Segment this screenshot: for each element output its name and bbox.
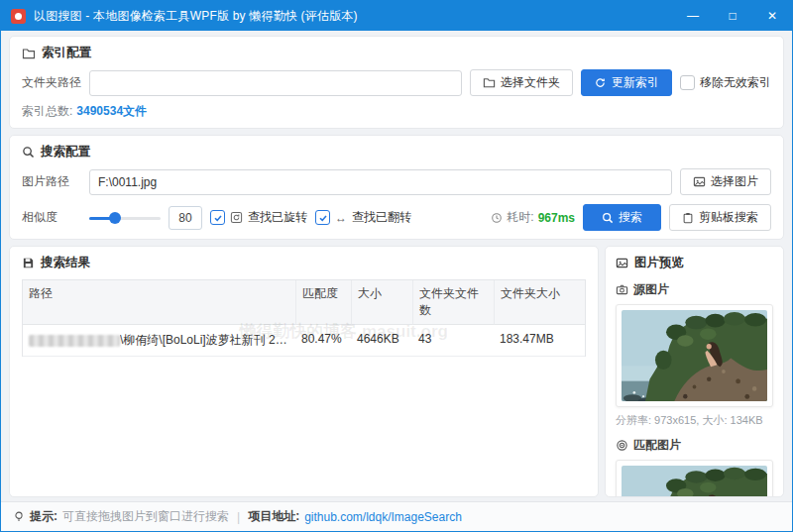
index-total-value: 3490534文件 bbox=[76, 104, 147, 118]
slider-thumb[interactable] bbox=[109, 212, 121, 224]
clock-icon bbox=[491, 212, 503, 224]
col-header-folder-files[interactable]: 文件夹文件数 bbox=[412, 280, 494, 325]
project-link[interactable]: github.com/ldqk/ImageSearch bbox=[304, 510, 462, 524]
results-table-header: 路径 匹配度 大小 文件夹文件数 文件夹大小 bbox=[23, 280, 585, 325]
folder-path-input[interactable] bbox=[89, 70, 462, 96]
update-index-label: 更新索引 bbox=[612, 74, 659, 91]
search-config-card: 搜索配置 图片路径 选择图片 相似度 bbox=[9, 135, 784, 240]
source-image-thumbnail bbox=[616, 304, 773, 407]
search-config-title: 搜索配置 bbox=[41, 144, 90, 160]
find-flipped-checkbox[interactable]: ↔ 查找已翻转 bbox=[315, 209, 411, 226]
remove-invalid-label: 移除无效索引 bbox=[700, 74, 771, 91]
col-header-path[interactable]: 路径 bbox=[23, 280, 295, 325]
elapsed-time: 耗时: 967ms bbox=[491, 209, 575, 226]
elapsed-label: 耗时: bbox=[507, 209, 533, 226]
image-preview-card: 图片预览 源图片 bbox=[605, 246, 784, 497]
maximize-button[interactable]: □ bbox=[713, 1, 752, 31]
select-folder-label: 选择文件夹 bbox=[501, 74, 560, 91]
search-icon bbox=[22, 146, 35, 159]
similarity-label: 相似度 bbox=[22, 209, 81, 226]
lightbulb-icon bbox=[13, 510, 25, 523]
index-total: 索引总数:3490534文件 bbox=[22, 103, 771, 120]
search-results-header: 搜索结果 bbox=[22, 255, 586, 271]
col-header-size[interactable]: 大小 bbox=[351, 280, 412, 325]
flip-icon: ↔ bbox=[335, 211, 347, 225]
matched-image bbox=[622, 466, 767, 497]
index-config-title: 索引配置 bbox=[42, 45, 91, 61]
result-match: 80.47% bbox=[295, 325, 351, 357]
minimize-button[interactable]: — bbox=[673, 1, 713, 31]
target-icon bbox=[616, 439, 628, 452]
select-folder-button[interactable]: 选择文件夹 bbox=[470, 69, 573, 96]
search-results-card: 搜索结果 路径 匹配度 大小 文件夹文件数 文件夹大小 \柳侑绮\[BoLoLi… bbox=[9, 246, 599, 497]
image-icon bbox=[693, 175, 706, 188]
select-image-label: 选择图片 bbox=[711, 173, 758, 190]
window-title: 以图搜图 - 本地图像检索工具WPF版 by 懒得勤快 (评估版本) bbox=[34, 8, 673, 25]
result-path-cell: \柳侑绮\[BoLoLi]波萝社新刊 2017-05-09 Vol.054 柳侑… bbox=[23, 325, 295, 357]
tip-label: 提示: bbox=[30, 508, 57, 525]
source-image-label-row: 源图片 bbox=[616, 281, 773, 298]
app-window: 以图搜图 - 本地图像检索工具WPF版 by 懒得勤快 (评估版本) — □ ✕… bbox=[0, 0, 793, 532]
image-path-input[interactable] bbox=[89, 169, 672, 195]
find-flipped-label: 查找已翻转 bbox=[352, 209, 411, 226]
search-config-header: 搜索配置 bbox=[22, 144, 771, 160]
checkbox-unchecked bbox=[680, 75, 695, 90]
select-image-button[interactable]: 选择图片 bbox=[680, 168, 771, 195]
index-total-label: 索引总数: bbox=[22, 104, 72, 118]
status-bar: 提示: 可直接拖拽图片到窗口进行搜索 | 项目地址: github.com/ld… bbox=[1, 501, 792, 531]
result-folder-files: 43 bbox=[412, 325, 494, 357]
similarity-value-input[interactable] bbox=[169, 206, 202, 230]
similarity-slider[interactable] bbox=[89, 212, 161, 224]
app-icon bbox=[11, 9, 26, 24]
image-path-label: 图片路径 bbox=[22, 173, 81, 190]
source-image-info: 分辨率: 973x615, 大小: 134KB bbox=[616, 413, 773, 428]
titlebar: 以图搜图 - 本地图像检索工具WPF版 by 懒得勤快 (评估版本) — □ ✕ bbox=[1, 1, 792, 31]
find-rotated-checkbox[interactable]: 查找已旋转 bbox=[210, 209, 307, 226]
col-header-folder-size[interactable]: 文件夹大小 bbox=[494, 280, 585, 325]
index-config-header: 索引配置 bbox=[22, 45, 771, 61]
matched-image-thumbnail bbox=[616, 460, 773, 497]
image-preview-title: 图片预览 bbox=[634, 255, 684, 271]
result-size: 4646KB bbox=[351, 325, 412, 357]
folder-open-icon bbox=[483, 76, 496, 89]
tip-text: 可直接拖拽图片到窗口进行搜索 bbox=[62, 508, 229, 525]
table-row[interactable]: \柳侑绮\[BoLoLi]波萝社新刊 2017-05-09 Vol.054 柳侑… bbox=[23, 325, 585, 357]
index-config-card: 索引配置 文件夹路径 选择文件夹 更新索引 移除无效索引 索 bbox=[9, 36, 784, 129]
clipboard-search-button[interactable]: 剪贴板搜索 bbox=[669, 204, 771, 231]
search-results-title: 搜索结果 bbox=[41, 255, 90, 271]
clipboard-icon bbox=[682, 212, 694, 224]
content-area: 索引配置 文件夹路径 选择文件夹 更新索引 移除无效索引 索 bbox=[1, 31, 792, 501]
search-button[interactable]: 搜索 bbox=[583, 204, 661, 231]
image-preview-header: 图片预览 bbox=[616, 255, 773, 271]
result-path: \柳侑绮\[BoLoLi]波萝社新刊 2017-05-09 Vol.054 柳侑… bbox=[120, 332, 289, 349]
folder-icon bbox=[22, 47, 36, 60]
search-icon bbox=[602, 212, 614, 224]
censored-path-prefix bbox=[29, 335, 120, 347]
source-image-label: 源图片 bbox=[633, 281, 669, 298]
checkbox-checked bbox=[210, 210, 225, 225]
save-icon bbox=[22, 257, 35, 269]
project-label: 项目地址: bbox=[248, 508, 299, 525]
result-folder-size: 183.47MB bbox=[494, 325, 585, 357]
image-icon bbox=[616, 257, 628, 269]
matched-image-label: 匹配图片 bbox=[633, 437, 681, 454]
refresh-icon bbox=[594, 76, 607, 89]
search-button-label: 搜索 bbox=[619, 209, 642, 226]
separator: | bbox=[237, 510, 240, 524]
camera-icon bbox=[616, 283, 628, 296]
check-icon bbox=[213, 213, 223, 223]
check-icon bbox=[318, 213, 328, 223]
elapsed-value: 967ms bbox=[538, 211, 575, 225]
update-index-button[interactable]: 更新索引 bbox=[581, 69, 672, 96]
matched-image-label-row: 匹配图片 bbox=[616, 437, 773, 454]
checkbox-checked bbox=[315, 210, 330, 225]
source-image bbox=[622, 310, 767, 401]
folder-path-label: 文件夹路径 bbox=[22, 74, 81, 91]
close-button[interactable]: ✕ bbox=[752, 1, 792, 31]
find-rotated-label: 查找已旋转 bbox=[248, 209, 307, 226]
clipboard-search-label: 剪贴板搜索 bbox=[699, 209, 758, 226]
results-table: 路径 匹配度 大小 文件夹文件数 文件夹大小 \柳侑绮\[BoLoLi]波萝社新… bbox=[22, 279, 586, 357]
rotate-icon bbox=[230, 211, 243, 224]
col-header-match[interactable]: 匹配度 bbox=[295, 280, 351, 325]
remove-invalid-checkbox[interactable]: 移除无效索引 bbox=[680, 74, 771, 91]
